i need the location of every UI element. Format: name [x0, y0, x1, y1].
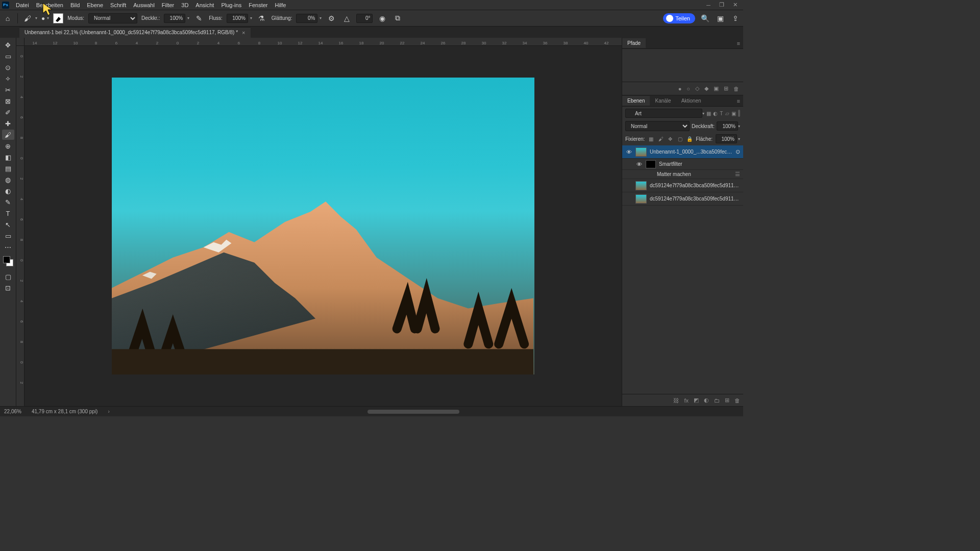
filter-smart-icon[interactable]: ▣	[731, 109, 736, 117]
document-info[interactable]: 41,79 cm x 28,1 cm (300 ppi)	[32, 409, 98, 414]
layer-blend-mode-select[interactable]: Normal	[625, 121, 690, 131]
path-to-selection-icon[interactable]: ◇	[695, 85, 699, 92]
horizontal-scrollbar[interactable]	[120, 409, 739, 414]
layer-row[interactable]: dc59124e7f79a08c3bca509fec5d9117 Kopie 2	[622, 192, 743, 206]
canvas-viewport[interactable]	[24, 46, 622, 406]
gradient-tool-icon[interactable]: ▤	[2, 163, 14, 173]
filter-type-icon[interactable]: T	[720, 109, 723, 117]
smoothing-input[interactable]	[296, 14, 317, 23]
info-chevron-icon[interactable]: ›	[108, 409, 109, 414]
window-close-icon[interactable]: ✕	[732, 2, 738, 8]
chevron-down-icon[interactable]: ▾	[35, 16, 37, 20]
screen-mode-icon[interactable]: ⊡	[2, 283, 14, 293]
symmetry-icon[interactable]: ⧉	[392, 13, 403, 24]
menu-plugins[interactable]: Plug-ins	[217, 1, 245, 10]
menu-auswahl[interactable]: Auswahl	[130, 1, 158, 10]
menu-filter[interactable]: Filter	[158, 1, 178, 10]
brush-size-preset[interactable]: ●	[41, 15, 45, 22]
share-button[interactable]: Teilen	[663, 13, 695, 23]
menu-ebene[interactable]: Ebene	[83, 1, 107, 10]
lock-position-icon[interactable]: ✥	[667, 135, 674, 143]
horizontal-ruler[interactable]: 1412108642024681012141618202224262830323…	[24, 38, 622, 46]
pen-tool-icon[interactable]: ✎	[2, 197, 14, 207]
layer-thumbnail[interactable]	[635, 194, 647, 204]
brush-tool-icon[interactable]: 🖌	[2, 130, 14, 140]
vertical-ruler[interactable]: 02468024680246802	[16, 46, 24, 406]
menu-bild[interactable]: Bild	[67, 1, 83, 10]
tab-aktionen[interactable]: Aktionen	[676, 96, 706, 106]
blur-tool-icon[interactable]: ◍	[2, 174, 14, 185]
layer-filter-input[interactable]	[625, 109, 702, 118]
add-mask-icon[interactable]: ▣	[714, 85, 719, 92]
flow-input[interactable]	[227, 14, 248, 23]
layer-thumbnail[interactable]	[635, 181, 647, 190]
dodge-tool-icon[interactable]: ◐	[2, 186, 14, 196]
chevron-down-icon[interactable]: ▾	[47, 16, 49, 20]
opacity-input[interactable]	[164, 14, 185, 23]
type-tool-icon[interactable]: T	[2, 208, 14, 218]
link-layers-icon[interactable]: ⛓	[673, 397, 679, 404]
panel-menu-icon[interactable]: ≡	[737, 40, 743, 46]
crop-tool-icon[interactable]: ✂	[2, 85, 14, 95]
workspace-icon[interactable]: ▣	[715, 13, 726, 24]
layer-thumbnail[interactable]	[635, 147, 647, 157]
gear-icon[interactable]: ⚙	[326, 13, 337, 24]
document-tab[interactable]: Unbenannt-1 bei 22,1% (Unbenannt-1_0000_…	[19, 27, 251, 38]
blend-mode-select[interactable]: Normal	[88, 13, 137, 23]
layer-opacity-input[interactable]	[717, 121, 738, 131]
path-select-tool-icon[interactable]: ↖	[2, 219, 14, 230]
chevron-down-icon[interactable]: ▾	[187, 16, 189, 20]
quick-mask-icon[interactable]: ▢	[2, 271, 14, 282]
new-group-icon[interactable]: 🗀	[714, 397, 720, 404]
filter-adjust-icon[interactable]: ◐	[713, 109, 718, 117]
brush-tool-icon[interactable]: 🖌	[22, 13, 33, 24]
adjustment-layer-icon[interactable]: ◐	[704, 397, 709, 404]
pressure-size-icon[interactable]: ◉	[377, 13, 388, 24]
menu-ansicht[interactable]: Ansicht	[192, 1, 217, 10]
layer-fx-icon[interactable]: fx	[684, 397, 689, 404]
stroke-path-icon[interactable]: ○	[687, 86, 690, 92]
canvas-image[interactable]	[112, 78, 534, 374]
menu-bearbeiten[interactable]: Bearbeiten	[33, 1, 67, 10]
layer-row[interactable]: Matter machen☰	[622, 170, 743, 179]
brush-panel-icon[interactable]	[53, 13, 63, 23]
chevron-down-icon[interactable]: ▾	[702, 111, 704, 116]
new-layer-icon[interactable]: ⊞	[725, 397, 729, 404]
fill-path-icon[interactable]: ●	[678, 86, 682, 92]
filter-pixel-icon[interactable]: ▦	[706, 109, 711, 117]
lasso-tool-icon[interactable]: ⊙	[2, 62, 14, 72]
tab-ebenen[interactable]: Ebenen	[622, 96, 650, 106]
new-path-icon[interactable]: ⊞	[724, 85, 728, 92]
marquee-tool-icon[interactable]: ▭	[2, 51, 14, 61]
panel-menu-icon[interactable]: ≡	[737, 98, 743, 104]
tab-kanale[interactable]: Kanäle	[650, 96, 676, 106]
selection-to-path-icon[interactable]: ◆	[704, 85, 708, 92]
menu-datei[interactable]: Datei	[12, 1, 33, 10]
tab-pfade[interactable]: Pfade	[622, 38, 646, 48]
filter-toggle[interactable]	[738, 110, 740, 117]
more-tools-icon[interactable]: ⋯	[2, 242, 14, 252]
foreground-color-swatch[interactable]	[3, 256, 10, 263]
window-restore-icon[interactable]: ❐	[719, 2, 725, 8]
eraser-tool-icon[interactable]: ◧	[2, 152, 14, 162]
pressure-opacity-icon[interactable]: ✎	[193, 13, 205, 24]
layer-row[interactable]: 👁Unbenannt-1_0000_...3bca509fec5d9117⊙	[622, 145, 743, 159]
lock-artboard-icon[interactable]: ▢	[677, 135, 683, 143]
home-icon[interactable]: ⌂	[2, 13, 13, 24]
healing-brush-tool-icon[interactable]: ✚	[2, 118, 14, 129]
layer-row[interactable]: dc59124e7f79a08c3bca509fec5d9117 Kopie 3	[622, 179, 743, 192]
search-icon[interactable]: 🔍	[699, 13, 710, 24]
window-minimize-icon[interactable]: ─	[705, 2, 712, 8]
filter-indicator-icon[interactable]: ⊙	[736, 148, 740, 155]
visibility-eye-icon[interactable]: 👁	[625, 149, 632, 155]
chevron-down-icon[interactable]: ▾	[250, 16, 252, 20]
frame-tool-icon[interactable]: ⊠	[2, 96, 14, 106]
menu-hilfe[interactable]: Hilfe	[271, 1, 289, 10]
share-export-icon[interactable]: ⇪	[730, 13, 741, 24]
zoom-level[interactable]: 22,06%	[4, 409, 21, 414]
chevron-down-icon[interactable]: ▾	[738, 124, 740, 129]
close-icon[interactable]: ×	[242, 30, 245, 36]
lock-transparent-icon[interactable]: ▦	[648, 135, 654, 143]
clone-stamp-tool-icon[interactable]: ⊕	[2, 141, 14, 151]
delete-layer-icon[interactable]: 🗑	[734, 397, 740, 404]
